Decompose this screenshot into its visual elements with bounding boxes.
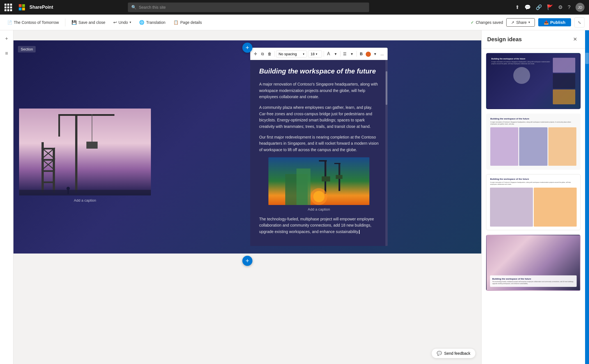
article-para4: The technology-fueled, multiphase projec… [259, 216, 379, 235]
scrollbar-thumb[interactable] [386, 71, 387, 105]
thumb-1-title: Building the workspace of the future [491, 58, 552, 60]
right-strip-handle[interactable] [585, 53, 589, 64]
delete-icon[interactable]: 🗑 [267, 50, 273, 58]
article-image-container: Add a caption [259, 157, 379, 211]
share-button[interactable]: ↗ Share ▾ [506, 18, 535, 27]
thumb-4-body: The technology-fueled, multiphase projec… [492, 281, 574, 285]
format-divider-2 [324, 51, 324, 57]
format-toolbar: ✛ ⧉ 🗑 No spacing ▾ 18 ▾ [250, 48, 388, 60]
design-idea-2[interactable]: Building the workspace of the future A m… [486, 114, 581, 170]
help-icon[interactable]: ? [568, 4, 570, 10]
collapse-button[interactable]: ⤡ [574, 17, 585, 27]
microsoft-logo [19, 4, 25, 10]
svg-rect-28 [336, 175, 342, 179]
font-size-value: 18 [310, 52, 314, 56]
avatar[interactable]: JD [576, 3, 585, 12]
changes-saved: ✓ Changes saved [471, 20, 503, 25]
font-size-dropdown-icon: ▾ [316, 52, 317, 56]
waffle-menu[interactable] [4, 4, 12, 11]
more-btn[interactable]: ... [379, 50, 385, 58]
editor-scrollbar[interactable] [385, 60, 388, 246]
article-image [268, 157, 369, 205]
translation-icon: 🌐 [139, 20, 144, 25]
publish-button[interactable]: 📤 Publish [538, 18, 571, 26]
app-name: SharePoint [29, 5, 53, 10]
svg-rect-1 [75, 114, 77, 193]
highlight-dropdown[interactable]: ▾ [349, 50, 355, 58]
settings-icon[interactable]: ⚙ [558, 4, 563, 10]
design-panel-title: Design ideas [487, 36, 522, 43]
editor-toolbar: 📄 The Contoso of Tomorrow 💾 Save and clo… [0, 15, 589, 30]
style-dropdown[interactable]: No spacing ▾ [276, 50, 307, 57]
send-feedback-button[interactable]: 💬 Send feedback [431, 348, 476, 358]
design-idea-1[interactable]: Building the workspace of the future A m… [486, 53, 581, 109]
article-title: Building the workspace of the future [259, 67, 379, 75]
thumb-3-img-1 [490, 188, 533, 227]
color-dropdown[interactable]: ▾ [372, 50, 378, 58]
text-color-dropdown[interactable]: ▾ [333, 50, 339, 58]
text-editor-panel[interactable]: Building the workspace of the future A m… [250, 60, 388, 246]
highlight-btn[interactable]: ☰ [342, 50, 348, 58]
page-details-item[interactable]: 📋 Page details [171, 18, 205, 27]
thumb-2-images [490, 127, 576, 166]
undo-icon: ↩ [113, 20, 117, 25]
thumb-3-inner: Building the workspace of the future A m… [490, 178, 576, 227]
text-editor-wrapper: ✛ ⧉ 🗑 No spacing ▾ 18 ▾ [250, 60, 388, 248]
thumb-2-img-3 [548, 127, 576, 166]
share-nav-icon[interactable]: ⬆ [515, 4, 519, 10]
feedback-label: Send feedback [444, 351, 470, 356]
design-panel-body: Building the workspace of the future A m… [482, 49, 585, 364]
thumb-2-body: A major renovation of Contoso's Singapor… [490, 121, 576, 125]
style-dropdown-icon: ▾ [303, 52, 304, 56]
flag-icon[interactable]: 🚩 [547, 4, 553, 10]
undo-dropdown-icon[interactable]: ▾ [130, 20, 131, 24]
svg-rect-17 [19, 190, 151, 195]
thumb-1-circle [513, 67, 530, 84]
page-title-label: The Contoso of Tomorrow [14, 20, 59, 25]
design-panel-close-button[interactable]: ✕ [570, 35, 579, 44]
check-icon: ✓ [471, 20, 474, 25]
svg-rect-12 [42, 181, 55, 183]
add-section-top-button[interactable]: + [242, 43, 252, 53]
svg-point-18 [66, 187, 70, 190]
sidebar-filter-icon[interactable]: ≡ [2, 48, 12, 58]
canvas-area: + Section [13, 30, 481, 364]
svg-rect-0 [19, 109, 151, 195]
move-icon[interactable]: ✛ [253, 50, 259, 58]
page-icon: 📄 [7, 20, 12, 25]
svg-rect-19 [67, 190, 69, 194]
add-section-bottom-button[interactable]: + [242, 256, 252, 266]
search-input[interactable] [139, 5, 366, 10]
section-left: Add a caption [13, 40, 157, 254]
article-image-caption[interactable]: Add a caption [308, 207, 330, 211]
left-construction-image [19, 109, 151, 195]
text-color-btn[interactable]: A [326, 50, 332, 58]
add-section-bottom: + [13, 254, 481, 268]
thumb-2-img-2 [519, 127, 547, 166]
svg-rect-3 [58, 114, 60, 137]
copy-icon[interactable]: ⧉ [260, 50, 266, 58]
translation-item[interactable]: 🌐 Translation [136, 18, 168, 27]
font-size-dropdown[interactable]: 18 ▾ [308, 50, 322, 57]
nav-right-icons: ⬆ 💬 🔗 🚩 ⚙ ? JD [515, 3, 585, 12]
chat-icon[interactable]: 💬 [524, 4, 531, 10]
bold-btn[interactable]: B [358, 50, 364, 58]
share-dropdown-icon: ▾ [528, 20, 530, 24]
save-close-label: Save and close [79, 20, 105, 25]
search-bar[interactable]: 🔍 [128, 3, 369, 12]
thumb-1-img-1 [553, 58, 575, 73]
section-right: ✛ ⧉ 🗑 No spacing ▾ 18 ▾ [157, 40, 481, 254]
svg-rect-6 [86, 142, 98, 149]
network-icon[interactable]: 🔗 [536, 4, 542, 10]
thumb-1-body: A major renovation of Contoso's Singapor… [491, 61, 552, 65]
sidebar-add-icon[interactable]: + [2, 34, 12, 44]
left-image-caption[interactable]: Add a caption [74, 198, 96, 202]
undo-item[interactable]: ↩ Undo ▾ [111, 18, 134, 27]
design-idea-4[interactable]: Building the workspace of the future The… [486, 235, 581, 291]
design-idea-3[interactable]: Building the workspace of the future A m… [486, 174, 581, 230]
color-circle-btn[interactable]: ⬤ [365, 50, 371, 58]
save-close-item[interactable]: 💾 Save and close [69, 18, 108, 27]
format-divider-3 [340, 51, 340, 57]
top-navigation: SharePoint 🔍 ⬆ 💬 🔗 🚩 ⚙ ? JD [0, 0, 589, 15]
page-title-item[interactable]: 📄 The Contoso of Tomorrow [4, 19, 62, 26]
